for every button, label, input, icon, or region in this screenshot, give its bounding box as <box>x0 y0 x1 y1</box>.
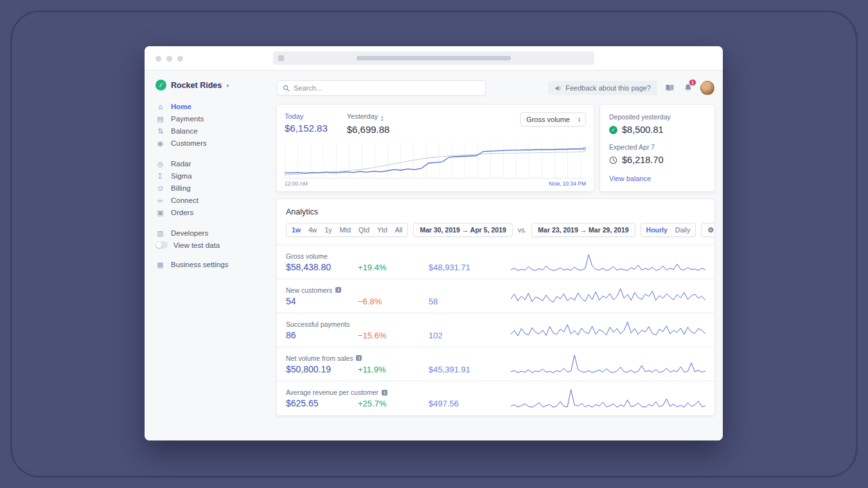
window-close-button[interactable] <box>155 56 161 62</box>
gear-icon: ⚙ <box>707 223 714 236</box>
sidebar-item-payments[interactable]: ▤Payments <box>155 112 270 125</box>
sidebar-item-label: Home <box>171 103 191 110</box>
sidebar: Rocket Rides ▾ ⌂Home▤Payments⇅Balance◉Cu… <box>145 71 270 440</box>
sidebar-item-label: Orders <box>171 209 193 216</box>
browser-window: Rocket Rides ▾ ⌂Home▤Payments⇅Balance◉Cu… <box>145 46 723 440</box>
interval-ytd[interactable]: Ytd <box>373 223 391 236</box>
metric-sparkline <box>511 353 705 376</box>
feedback-button[interactable]: Feedback about this page? <box>548 81 657 95</box>
account-switcher[interactable]: Rocket Rides ▾ <box>155 80 270 91</box>
sidebar-item-home[interactable]: ⌂Home <box>155 100 270 112</box>
metric-label: Successful payments <box>286 320 350 328</box>
interval-qtd[interactable]: Qtd <box>355 223 373 236</box>
metric-compare-value: $497.56 <box>429 399 459 408</box>
metric-sparkline <box>511 250 705 274</box>
sidebar-item-label: Billing <box>171 184 191 192</box>
metric-compare-value: $45,391.91 <box>429 365 470 374</box>
sidebar-item-sigma[interactable]: ΣSigma <box>155 170 270 182</box>
info-icon[interactable]: i <box>356 355 362 361</box>
test-data-toggle-icon <box>155 241 168 248</box>
metric-value: 86 <box>286 330 358 340</box>
deposited-label: Deposited yesterday <box>609 113 705 121</box>
check-circle-icon: ✓ <box>609 126 617 134</box>
chart-axis-now: Now, 10:34 PM <box>549 180 586 187</box>
metric-sparkline <box>511 318 705 342</box>
granularity-hourly[interactable]: Hourly <box>642 223 671 236</box>
metric-sparkline <box>511 387 705 410</box>
url-text-placeholder <box>357 56 511 60</box>
interval-1w[interactable]: 1w <box>288 223 305 236</box>
sidebar-item-label: Radar <box>171 160 191 168</box>
overview-chart-svg <box>285 142 586 178</box>
metric-change: +19.4% <box>358 263 429 272</box>
granularity-daily[interactable]: Daily <box>671 223 694 236</box>
search-box[interactable] <box>277 80 486 96</box>
metric-label: Gross volume <box>286 252 328 260</box>
metric-compare-value: 58 <box>429 297 438 306</box>
sidebar-item-radar[interactable]: ◎Radar <box>155 157 270 170</box>
sidebar-item-connect[interactable]: ∞Connect <box>155 194 270 206</box>
chevron-down-icon: ▾ <box>226 83 229 89</box>
primary-date-range-button[interactable]: Mar 30, 2019 → Apr 5, 2019 <box>413 223 512 237</box>
window-minimize-button[interactable] <box>166 56 172 62</box>
metric-row[interactable]: New customers i 54 −6.8% 58 <box>277 279 714 313</box>
metric-row[interactable]: Net volume from sales i $50,800.19 +11.9… <box>277 347 714 381</box>
interval-4w[interactable]: 4w <box>305 223 321 236</box>
metric-row[interactable]: Successful payments i 86 −15.6% 102 <box>277 313 714 347</box>
radar-icon: ◎ <box>155 160 165 168</box>
sidebar-item-orders[interactable]: ▣Orders <box>155 206 270 218</box>
balance-card: Deposited yesterday ✓ $8,500.81 Expected… <box>600 105 714 191</box>
sidebar-item-balance[interactable]: ⇅Balance <box>155 125 270 137</box>
sidebar-item-label: Developers <box>171 229 208 237</box>
view-balance-link[interactable]: View balance <box>609 175 705 182</box>
interval-mtd[interactable]: Mtd <box>336 223 355 236</box>
sidebar-item-label: Customers <box>171 139 207 147</box>
sidebar-item-developers[interactable]: ▥Developers <box>155 227 270 239</box>
customize-button[interactable]: ⚙ Customize <box>701 223 714 237</box>
metric-row[interactable]: Average revenue per customer i $625.65 +… <box>277 381 714 415</box>
info-icon[interactable]: i <box>335 287 341 293</box>
feedback-label: Feedback about this page? <box>565 84 651 92</box>
sidebar-item-customers[interactable]: ◉Customers <box>155 137 270 149</box>
home-icon: ⌂ <box>155 103 165 110</box>
compare-date-range-button[interactable]: Mar 23, 2019 → Mar 29, 2019 <box>531 223 635 237</box>
metric-select[interactable]: Gross volume ▴▾ <box>520 112 586 126</box>
deposited-value: $8,500.81 <box>622 125 664 135</box>
select-stepper-icon: ▴▾ <box>578 117 580 123</box>
interval-1y[interactable]: 1y <box>321 223 335 236</box>
sidebar-nav: ⌂Home▤Payments⇅Balance◉Customers◎RadarΣS… <box>155 100 270 270</box>
docs-button[interactable] <box>663 82 676 94</box>
yesterday-stepper-icon[interactable]: ▴▾ <box>381 116 383 121</box>
yesterday-label: Yesterday▴▾ <box>347 112 390 121</box>
balance-icon: ⇅ <box>155 127 165 135</box>
expected-label: Expected Apr 7 <box>609 143 705 151</box>
browser-chrome <box>145 46 723 71</box>
docs-book-icon <box>665 83 675 92</box>
user-avatar[interactable] <box>700 81 714 95</box>
today-label: Today <box>285 112 328 120</box>
address-bar[interactable] <box>273 51 594 65</box>
window-controls <box>155 56 183 62</box>
sidebar-item-billing[interactable]: ⊙Billing <box>155 182 270 194</box>
metric-row[interactable]: Gross volume i $58,438.80 +19.4% $48,931… <box>277 245 714 279</box>
interval-selector: 1w4w1yMtdQtdYtdAll <box>286 223 408 237</box>
developers-icon: ▥ <box>155 229 165 237</box>
customers-icon: ◉ <box>155 139 165 147</box>
today-metric: Today $6,152.83 <box>285 112 328 134</box>
yesterday-value: $6,699.88 <box>347 124 390 135</box>
interval-all[interactable]: All <box>391 223 407 236</box>
settings-icon: ▦ <box>155 261 165 268</box>
metric-rows: Gross volume i $58,438.80 +19.4% $48,931… <box>277 245 714 415</box>
search-input[interactable] <box>294 84 480 92</box>
info-icon[interactable]: i <box>382 390 387 396</box>
window-zoom-button[interactable] <box>177 56 183 62</box>
notifications-button[interactable]: 1 <box>682 82 695 94</box>
sidebar-item-view-test-data[interactable]: View test data <box>155 239 270 251</box>
analytics-title: Analytics <box>277 199 714 216</box>
metric-label: Net volume from sales <box>286 354 353 362</box>
notification-badge: 1 <box>689 79 696 86</box>
metric-change: −6.8% <box>358 297 429 306</box>
sidebar-item-business-settings[interactable]: ▦Business settings <box>155 258 270 270</box>
dashboard-app: Rocket Rides ▾ ⌂Home▤Payments⇅Balance◉Cu… <box>145 71 723 440</box>
sidebar-item-label: Sigma <box>171 172 192 180</box>
